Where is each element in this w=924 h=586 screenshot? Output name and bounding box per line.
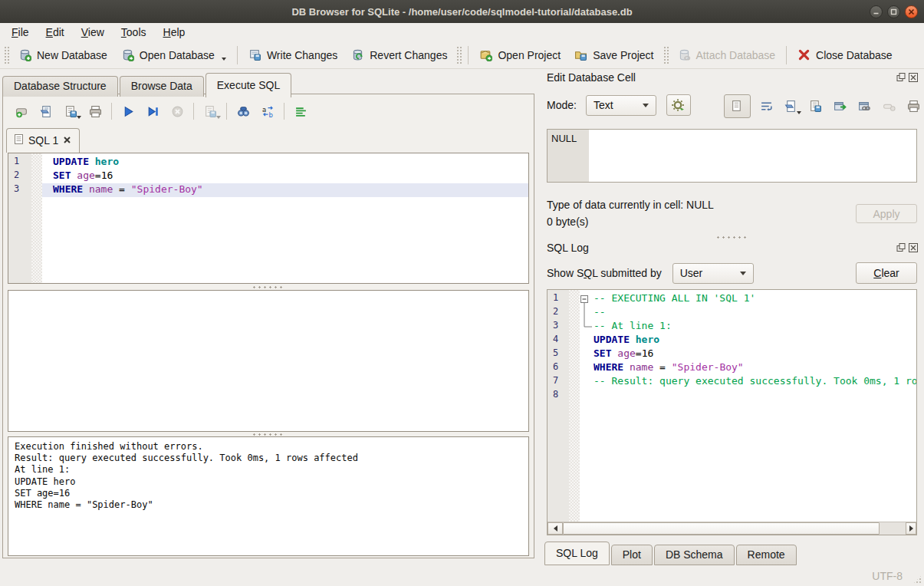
toolbar-drag-handle[interactable] — [4, 46, 9, 64]
clear-log-button[interactable]: Clear — [856, 262, 917, 284]
export-data-button[interactable] — [807, 97, 824, 115]
word-wrap-button[interactable] — [758, 97, 775, 115]
toolbar-drag-handle[interactable] — [456, 46, 462, 64]
execute-current-line-button[interactable] — [143, 101, 163, 121]
float-panel-icon[interactable] — [896, 243, 906, 252]
open-project-button[interactable]: Open Project — [472, 44, 567, 65]
sql-log-view[interactable]: 1-- EXECUTING ALL IN 'SQL 1'2--3-- At li… — [547, 289, 917, 535]
attach-database-button[interactable]: Attach Database — [671, 44, 783, 65]
log-line[interactable]: 1-- EXECUTING ALL IN 'SQL 1' — [547, 292, 916, 306]
dock-tab-sql-log[interactable]: SQL Log — [544, 542, 610, 565]
copy-link-button[interactable] — [856, 97, 873, 115]
close-panel-icon[interactable] — [909, 243, 918, 252]
save-project-button[interactable]: Save Project — [567, 44, 660, 65]
chevron-down-icon[interactable] — [797, 111, 801, 114]
fold-marker-empty — [580, 347, 594, 361]
log-filter-row: Show SQL submitted by User Clear — [547, 261, 917, 285]
chevron-down-icon[interactable] — [222, 58, 226, 61]
float-panel-icon[interactable] — [896, 73, 906, 82]
splitter-cell-log[interactable] — [547, 235, 917, 239]
sql-editor[interactable]: 1UPDATE hero2SET age=163WHERE name = "Sp… — [8, 153, 529, 284]
encoding-indicator[interactable]: UTF-8 — [872, 570, 903, 582]
execution-message-pane[interactable]: Execution finished without errors. Resul… — [8, 436, 529, 556]
log-line[interactable]: 4UPDATE hero — [547, 334, 916, 347]
toolbar-button-label: Open Project — [498, 49, 561, 61]
new-sql-tab-button[interactable] — [12, 101, 31, 121]
resize-grip[interactable] — [912, 574, 922, 584]
minimize-icon[interactable] — [870, 5, 883, 18]
save-results-button[interactable] — [200, 101, 220, 121]
maximize-icon[interactable] — [887, 5, 900, 18]
line-number: 5 — [547, 347, 569, 361]
mode-value: Text — [594, 99, 613, 111]
mode-select[interactable]: Text — [586, 95, 656, 116]
toolbar-drag-handle[interactable] — [663, 46, 669, 64]
log-horizontal-scrollbar[interactable] — [547, 522, 916, 535]
titlebar[interactable]: DB Browser for SQLite - /home/user/code/… — [0, 0, 924, 23]
tab-execute-sql[interactable]: Execute SQL — [206, 73, 292, 97]
chevron-down-icon[interactable] — [216, 116, 221, 119]
print-sql-button[interactable] — [85, 101, 105, 121]
execute-all-button[interactable] — [118, 101, 138, 121]
chevron-down-icon — [740, 272, 746, 275]
toolbar-button-label: Save Project — [593, 49, 653, 61]
log-line[interactable]: 8 — [547, 389, 916, 403]
dock-tab-db-schema[interactable]: DB Schema — [654, 545, 735, 565]
open-sql-file-button[interactable] — [36, 101, 56, 121]
editor-line[interactable]: 2SET age=16 — [8, 170, 528, 183]
code-text: -- Result: query executed successfully. … — [580, 375, 916, 389]
menu-view[interactable]: View — [73, 24, 113, 41]
save-sql-file-button[interactable] — [61, 101, 81, 121]
scrollbar-thumb[interactable] — [563, 522, 880, 535]
import-data-button[interactable] — [782, 97, 800, 115]
close-icon[interactable] — [905, 5, 918, 18]
log-text: -- At line 1: — [594, 320, 672, 334]
scroll-left-icon[interactable] — [547, 522, 563, 535]
line-number: 1 — [8, 156, 31, 170]
cell-value-editor[interactable]: NULL — [547, 129, 917, 183]
close-database-button[interactable]: Close Database — [791, 44, 899, 65]
tab-database-structure[interactable]: Database Structure — [2, 76, 118, 97]
log-filter-select[interactable]: User — [672, 263, 754, 284]
open-external-button[interactable] — [831, 97, 849, 115]
set-null-button[interactable] — [880, 97, 898, 115]
write-changes-button[interactable]: Write Changes — [242, 44, 344, 65]
find-replace-button[interactable]: ab — [258, 101, 278, 121]
splitter-editor-results[interactable] — [8, 285, 529, 289]
editor-line[interactable]: 3WHERE name = "Spider-Boy" — [8, 183, 528, 197]
scroll-right-icon[interactable] — [906, 522, 916, 535]
apply-button[interactable]: Apply — [856, 204, 917, 223]
open-database-button[interactable]: Open Database — [114, 44, 233, 65]
chevron-down-icon[interactable] — [77, 116, 81, 119]
stop-execution-button[interactable] — [167, 101, 187, 121]
dock-tab-remote[interactable]: Remote — [736, 545, 797, 565]
fold-marker-icon[interactable] — [580, 292, 594, 306]
menu-file[interactable]: File — [3, 24, 38, 41]
new-database-button[interactable]: New Database — [12, 44, 114, 65]
menu-help[interactable]: Help — [155, 24, 194, 41]
menu-tools[interactable]: Tools — [113, 24, 155, 41]
print-cell-button[interactable] — [905, 97, 922, 115]
attach-database-icon — [678, 48, 691, 61]
log-line[interactable]: 7-- Result: query executed successfully.… — [547, 375, 916, 389]
log-line[interactable]: 2-- — [547, 306, 916, 320]
log-line[interactable]: 6WHERE name = "Spider-Boy" — [547, 361, 916, 375]
close-panel-icon[interactable] — [909, 73, 918, 82]
editor-line[interactable]: 1UPDATE hero — [8, 156, 528, 170]
auto-format-button[interactable] — [291, 101, 311, 121]
close-tab-icon[interactable] — [63, 134, 71, 146]
log-text: SET age=16 — [594, 347, 653, 361]
edit-cell-panel-title: Edit Database Cell — [547, 71, 636, 84]
log-text: WHERE name = "Spider-Boy" — [594, 361, 744, 375]
auto-switch-mode-button[interactable] — [666, 94, 691, 116]
menu-edit[interactable]: Edit — [38, 24, 73, 41]
log-line[interactable]: 5SET age=16 — [547, 347, 916, 361]
main-tabbar: Database StructureBrowse DataExecute SQL — [2, 72, 293, 97]
log-line[interactable]: 3-- At line 1: — [547, 320, 916, 334]
dock-tab-plot[interactable]: Plot — [611, 545, 653, 565]
tab-browse-data[interactable]: Browse Data — [120, 76, 204, 97]
text-view-button[interactable] — [724, 94, 751, 118]
sql-doc-tab[interactable]: SQL 1 — [6, 128, 80, 153]
find-button[interactable] — [233, 101, 253, 121]
revert-changes-button[interactable]: Revert Changes — [344, 44, 454, 65]
